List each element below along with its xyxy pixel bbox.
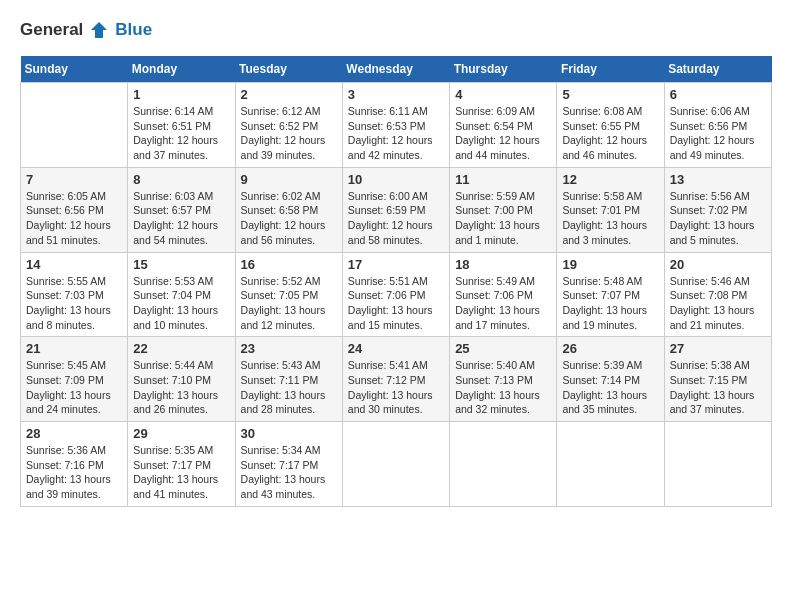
day-info: Sunrise: 5:46 AMSunset: 7:08 PMDaylight:… xyxy=(670,274,766,333)
logo-text: General xyxy=(20,20,83,40)
day-info: Sunrise: 6:02 AMSunset: 6:58 PMDaylight:… xyxy=(241,189,337,248)
day-info: Sunrise: 5:35 AMSunset: 7:17 PMDaylight:… xyxy=(133,443,229,502)
day-info: Sunrise: 6:08 AMSunset: 6:55 PMDaylight:… xyxy=(562,104,658,163)
day-number: 30 xyxy=(241,426,337,441)
calendar-day-cell: 30Sunrise: 5:34 AMSunset: 7:17 PMDayligh… xyxy=(235,422,342,507)
day-info: Sunrise: 5:58 AMSunset: 7:01 PMDaylight:… xyxy=(562,189,658,248)
calendar-day-cell: 1Sunrise: 6:14 AMSunset: 6:51 PMDaylight… xyxy=(128,83,235,168)
calendar-day-cell xyxy=(21,83,128,168)
day-number: 15 xyxy=(133,257,229,272)
calendar-week-row: 14Sunrise: 5:55 AMSunset: 7:03 PMDayligh… xyxy=(21,252,772,337)
day-number: 3 xyxy=(348,87,444,102)
calendar-day-cell: 23Sunrise: 5:43 AMSunset: 7:11 PMDayligh… xyxy=(235,337,342,422)
calendar-day-cell: 4Sunrise: 6:09 AMSunset: 6:54 PMDaylight… xyxy=(450,83,557,168)
day-info: Sunrise: 6:11 AMSunset: 6:53 PMDaylight:… xyxy=(348,104,444,163)
calendar-day-cell: 7Sunrise: 6:05 AMSunset: 6:56 PMDaylight… xyxy=(21,167,128,252)
day-info: Sunrise: 5:48 AMSunset: 7:07 PMDaylight:… xyxy=(562,274,658,333)
day-number: 23 xyxy=(241,341,337,356)
day-of-week-header: Friday xyxy=(557,56,664,83)
day-info: Sunrise: 5:38 AMSunset: 7:15 PMDaylight:… xyxy=(670,358,766,417)
calendar-day-cell: 3Sunrise: 6:11 AMSunset: 6:53 PMDaylight… xyxy=(342,83,449,168)
day-number: 27 xyxy=(670,341,766,356)
day-number: 18 xyxy=(455,257,551,272)
day-number: 17 xyxy=(348,257,444,272)
day-number: 11 xyxy=(455,172,551,187)
day-info: Sunrise: 5:59 AMSunset: 7:00 PMDaylight:… xyxy=(455,189,551,248)
calendar-day-cell xyxy=(557,422,664,507)
day-info: Sunrise: 5:34 AMSunset: 7:17 PMDaylight:… xyxy=(241,443,337,502)
day-info: Sunrise: 6:09 AMSunset: 6:54 PMDaylight:… xyxy=(455,104,551,163)
day-number: 16 xyxy=(241,257,337,272)
calendar-day-cell: 11Sunrise: 5:59 AMSunset: 7:00 PMDayligh… xyxy=(450,167,557,252)
calendar-day-cell: 26Sunrise: 5:39 AMSunset: 7:14 PMDayligh… xyxy=(557,337,664,422)
calendar-day-cell xyxy=(342,422,449,507)
svg-marker-0 xyxy=(91,22,107,38)
calendar-day-cell: 18Sunrise: 5:49 AMSunset: 7:06 PMDayligh… xyxy=(450,252,557,337)
day-number: 29 xyxy=(133,426,229,441)
day-info: Sunrise: 5:45 AMSunset: 7:09 PMDaylight:… xyxy=(26,358,122,417)
day-info: Sunrise: 5:40 AMSunset: 7:13 PMDaylight:… xyxy=(455,358,551,417)
day-number: 8 xyxy=(133,172,229,187)
day-info: Sunrise: 6:06 AMSunset: 6:56 PMDaylight:… xyxy=(670,104,766,163)
day-of-week-header: Thursday xyxy=(450,56,557,83)
day-number: 7 xyxy=(26,172,122,187)
day-info: Sunrise: 6:05 AMSunset: 6:56 PMDaylight:… xyxy=(26,189,122,248)
day-number: 12 xyxy=(562,172,658,187)
calendar-day-cell: 20Sunrise: 5:46 AMSunset: 7:08 PMDayligh… xyxy=(664,252,771,337)
day-info: Sunrise: 5:51 AMSunset: 7:06 PMDaylight:… xyxy=(348,274,444,333)
calendar-week-row: 21Sunrise: 5:45 AMSunset: 7:09 PMDayligh… xyxy=(21,337,772,422)
day-info: Sunrise: 6:03 AMSunset: 6:57 PMDaylight:… xyxy=(133,189,229,248)
calendar-day-cell: 6Sunrise: 6:06 AMSunset: 6:56 PMDaylight… xyxy=(664,83,771,168)
day-info: Sunrise: 5:41 AMSunset: 7:12 PMDaylight:… xyxy=(348,358,444,417)
calendar-day-cell: 8Sunrise: 6:03 AMSunset: 6:57 PMDaylight… xyxy=(128,167,235,252)
day-info: Sunrise: 5:44 AMSunset: 7:10 PMDaylight:… xyxy=(133,358,229,417)
day-info: Sunrise: 5:52 AMSunset: 7:05 PMDaylight:… xyxy=(241,274,337,333)
day-info: Sunrise: 5:43 AMSunset: 7:11 PMDaylight:… xyxy=(241,358,337,417)
day-number: 2 xyxy=(241,87,337,102)
day-number: 5 xyxy=(562,87,658,102)
calendar-week-row: 7Sunrise: 6:05 AMSunset: 6:56 PMDaylight… xyxy=(21,167,772,252)
day-number: 13 xyxy=(670,172,766,187)
calendar-day-cell: 2Sunrise: 6:12 AMSunset: 6:52 PMDaylight… xyxy=(235,83,342,168)
day-info: Sunrise: 6:00 AMSunset: 6:59 PMDaylight:… xyxy=(348,189,444,248)
page-header: GeneralBlue xyxy=(20,20,772,40)
day-info: Sunrise: 6:14 AMSunset: 6:51 PMDaylight:… xyxy=(133,104,229,163)
calendar-table: SundayMondayTuesdayWednesdayThursdayFrid… xyxy=(20,56,772,507)
day-of-week-header: Wednesday xyxy=(342,56,449,83)
days-header-row: SundayMondayTuesdayWednesdayThursdayFrid… xyxy=(21,56,772,83)
day-number: 10 xyxy=(348,172,444,187)
calendar-day-cell: 13Sunrise: 5:56 AMSunset: 7:02 PMDayligh… xyxy=(664,167,771,252)
calendar-day-cell xyxy=(450,422,557,507)
calendar-day-cell: 22Sunrise: 5:44 AMSunset: 7:10 PMDayligh… xyxy=(128,337,235,422)
logo-bird-icon xyxy=(89,20,109,40)
calendar-day-cell: 28Sunrise: 5:36 AMSunset: 7:16 PMDayligh… xyxy=(21,422,128,507)
day-number: 22 xyxy=(133,341,229,356)
calendar-day-cell: 25Sunrise: 5:40 AMSunset: 7:13 PMDayligh… xyxy=(450,337,557,422)
day-of-week-header: Tuesday xyxy=(235,56,342,83)
calendar-day-cell: 15Sunrise: 5:53 AMSunset: 7:04 PMDayligh… xyxy=(128,252,235,337)
calendar-day-cell: 24Sunrise: 5:41 AMSunset: 7:12 PMDayligh… xyxy=(342,337,449,422)
day-info: Sunrise: 5:56 AMSunset: 7:02 PMDaylight:… xyxy=(670,189,766,248)
day-number: 6 xyxy=(670,87,766,102)
day-info: Sunrise: 6:12 AMSunset: 6:52 PMDaylight:… xyxy=(241,104,337,163)
day-info: Sunrise: 5:36 AMSunset: 7:16 PMDaylight:… xyxy=(26,443,122,502)
calendar-week-row: 1Sunrise: 6:14 AMSunset: 6:51 PMDaylight… xyxy=(21,83,772,168)
calendar-week-row: 28Sunrise: 5:36 AMSunset: 7:16 PMDayligh… xyxy=(21,422,772,507)
day-number: 26 xyxy=(562,341,658,356)
calendar-day-cell: 9Sunrise: 6:02 AMSunset: 6:58 PMDaylight… xyxy=(235,167,342,252)
day-number: 20 xyxy=(670,257,766,272)
logo-blue-text: Blue xyxy=(115,20,152,40)
calendar-day-cell: 19Sunrise: 5:48 AMSunset: 7:07 PMDayligh… xyxy=(557,252,664,337)
day-number: 9 xyxy=(241,172,337,187)
day-number: 25 xyxy=(455,341,551,356)
logo: GeneralBlue xyxy=(20,20,152,40)
calendar-day-cell: 12Sunrise: 5:58 AMSunset: 7:01 PMDayligh… xyxy=(557,167,664,252)
day-number: 1 xyxy=(133,87,229,102)
calendar-day-cell: 5Sunrise: 6:08 AMSunset: 6:55 PMDaylight… xyxy=(557,83,664,168)
day-info: Sunrise: 5:55 AMSunset: 7:03 PMDaylight:… xyxy=(26,274,122,333)
day-number: 4 xyxy=(455,87,551,102)
calendar-day-cell: 14Sunrise: 5:55 AMSunset: 7:03 PMDayligh… xyxy=(21,252,128,337)
calendar-day-cell: 21Sunrise: 5:45 AMSunset: 7:09 PMDayligh… xyxy=(21,337,128,422)
day-number: 14 xyxy=(26,257,122,272)
day-number: 24 xyxy=(348,341,444,356)
